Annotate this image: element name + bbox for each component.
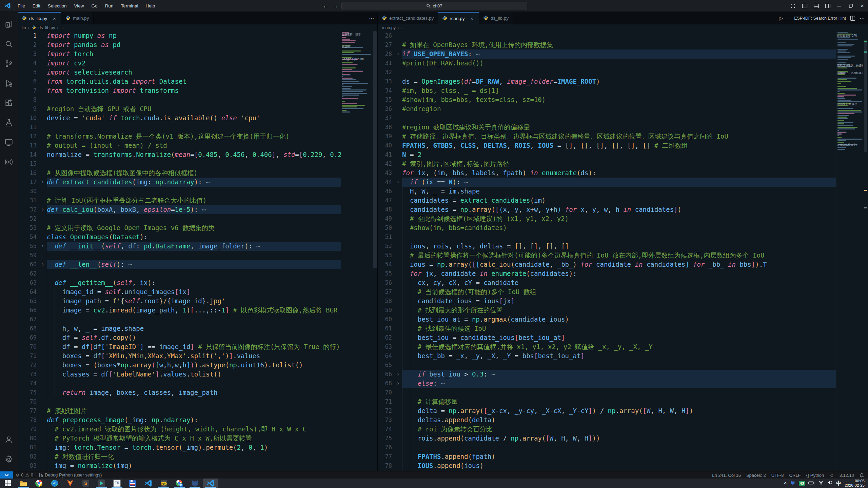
line-number[interactable]: 61 xyxy=(378,324,394,333)
code-line[interactable]: 59# 找到最大的那个所在的位置 xyxy=(378,306,836,315)
line-number[interactable]: 39 xyxy=(378,132,394,141)
code-line[interactable]: 65 xyxy=(378,361,836,370)
code-line[interactable]: 3import torch xyxy=(18,49,341,59)
more-actions-icon[interactable]: ⋯ xyxy=(860,15,865,21)
toggle-secondary-sidebar-icon[interactable] xyxy=(822,0,833,12)
code-line[interactable]: 66image = cv2.imread(image_path, 1)[...,… xyxy=(18,306,341,315)
code-line[interactable]: 11 xyxy=(18,123,341,132)
line-number[interactable]: 44 xyxy=(378,178,394,187)
status-indentation[interactable]: Spaces: 2 xyxy=(744,471,769,479)
line-number[interactable]: 71 xyxy=(378,397,394,406)
code-line[interactable]: 78IOUS.append(ious) xyxy=(378,461,836,470)
code-line[interactable]: 35#show(im, bbs=bbs, texts=clss, sz=10) xyxy=(378,95,836,104)
code-line[interactable]: 8 xyxy=(18,95,341,104)
activitybar-settings-icon[interactable] xyxy=(0,449,18,469)
taskbar-vtool-button[interactable] xyxy=(62,479,78,488)
fold-chevron-icon[interactable]: › xyxy=(394,49,402,59)
line-number[interactable]: 35 xyxy=(378,95,394,104)
code-line[interactable]: 5import selectivesearch xyxy=(18,68,341,77)
code-line[interactable]: 53# 定义用于读取 Google Open Images v6 数据集的类 xyxy=(18,223,341,232)
line-number[interactable]: 66 xyxy=(378,370,394,379)
fold-chevron-icon[interactable]: › xyxy=(39,260,47,269)
line-number[interactable]: 3 xyxy=(18,49,39,59)
problems-indicator[interactable]: ⊘0 ⚠0 xyxy=(13,471,36,479)
code-line[interactable]: 6from torch.utils.data import Dataset xyxy=(18,77,341,86)
activitybar-remote-window-icon[interactable] xyxy=(0,133,18,152)
line-number[interactable]: 32 xyxy=(378,68,394,77)
line-number[interactable]: 50 xyxy=(378,223,394,232)
code-line[interactable]: 40FPATHS, GTBBS, CLSS, DELTAS, ROIS, IOU… xyxy=(378,141,836,150)
code-line[interactable]: 55for jx, candidate in enumerate(candida… xyxy=(378,269,836,278)
code-line[interactable]: 82# 对数值进行归一化 xyxy=(18,452,341,461)
line-number[interactable]: 63 xyxy=(18,278,39,287)
line-number[interactable]: 70 xyxy=(378,388,394,397)
status-language-mode[interactable]: {} Python xyxy=(804,471,827,479)
more-actions-icon[interactable]: ⋯ xyxy=(369,15,374,21)
battery-icon[interactable] xyxy=(808,480,815,486)
line-number[interactable]: 36 xyxy=(378,104,394,114)
breadcrumb-right[interactable]: rcnn.py›... xyxy=(378,24,868,31)
status-feedback[interactable]: ☺ xyxy=(827,471,836,479)
code-line[interactable]: 28›if USE_OPEN_BAYES: ⋯ xyxy=(378,49,836,59)
code-line[interactable]: 75rois.append(candidate / np.array([W, H… xyxy=(378,434,836,443)
line-number[interactable]: 77 xyxy=(18,406,39,415)
editor-left[interactable]: 1import numpy as np2import pandas as pd3… xyxy=(18,31,377,471)
line-number[interactable]: 77 xyxy=(378,452,394,461)
line-number[interactable]: 34 xyxy=(378,86,394,95)
code-line[interactable]: 48candidates = np.array([(x, y, x+w, y+h… xyxy=(378,205,836,214)
line-number[interactable]: 33 xyxy=(378,77,394,86)
line-number[interactable]: 60 xyxy=(18,260,39,269)
code-line[interactable]: 69df = self.df.copy() xyxy=(18,333,341,342)
line-number[interactable]: 48 xyxy=(378,205,394,214)
line-number[interactable]: 74 xyxy=(18,379,39,388)
menu-edit[interactable]: Edit xyxy=(29,2,44,10)
code-line[interactable]: 80# PyTorch 模型通常期望的输入格式为 C x H x W,所以需要转… xyxy=(18,434,341,443)
code-line[interactable]: 14normalize = transforms.Normalize(mean=… xyxy=(18,150,341,159)
line-number[interactable]: 78 xyxy=(378,461,394,470)
line-number[interactable]: 73 xyxy=(18,370,39,379)
code-line[interactable]: 65image_path = f'{self.root}/{image_id}.… xyxy=(18,297,341,306)
line-number[interactable]: 53 xyxy=(18,223,39,232)
line-number[interactable]: 40 xyxy=(378,141,394,150)
code-line[interactable]: 1import numpy as np xyxy=(18,31,341,40)
code-line[interactable]: 26 xyxy=(378,31,836,40)
line-number[interactable]: 58 xyxy=(378,297,394,306)
code-line[interactable]: 31#print(DF_RAW.head()) xyxy=(378,59,836,68)
code-line[interactable]: 66›if best_iou > 0.3: ⋯ xyxy=(378,370,836,379)
code-line[interactable]: 70df = df[df['ImageID'] == image_id] # 只… xyxy=(18,342,341,351)
code-line[interactable]: 43for ix, (im, bbs, labels, fpath) in en… xyxy=(378,168,836,178)
line-number[interactable]: 51 xyxy=(378,232,394,242)
fold-chevron-icon[interactable]: › xyxy=(39,242,47,251)
code-line[interactable]: 17›def extract_candidates(img: np.ndarra… xyxy=(18,178,341,187)
line-number[interactable]: 81 xyxy=(18,443,39,452)
taskbar-chromed-button[interactable]: D xyxy=(172,479,187,488)
taskbar-explorer-button[interactable] xyxy=(16,479,31,488)
code-line[interactable]: 46H, W, _ = im.shape xyxy=(378,187,836,196)
line-number[interactable]: 7 xyxy=(18,86,39,95)
close-button[interactable]: ✕ xyxy=(856,0,868,12)
line-number[interactable]: 72 xyxy=(378,406,394,415)
line-number[interactable]: 75 xyxy=(378,434,394,443)
fold-chevron-icon[interactable]: › xyxy=(394,370,402,379)
code-line[interactable]: 49# 至此得到候选框(区域建议)的 (x1, y1, x2, y2) xyxy=(378,214,836,223)
line-number[interactable]: 26 xyxy=(378,31,394,40)
scrollbar-left[interactable] xyxy=(373,31,377,471)
code-line[interactable]: 55›def __init__(self, df: pd.DataFrame, … xyxy=(18,242,341,251)
taskbar-start-button[interactable] xyxy=(0,479,16,488)
taskbar-edge-button[interactable] xyxy=(47,479,62,488)
line-number[interactable]: 52 xyxy=(18,214,39,223)
taskbar-vscode-button[interactable] xyxy=(140,479,156,488)
code-line[interactable]: 10device = 'cuda' if torch.cuda.is_avail… xyxy=(18,114,341,123)
line-number[interactable]: 59 xyxy=(378,306,394,315)
line-number[interactable]: 62 xyxy=(18,269,39,278)
activitybar-search-icon[interactable] xyxy=(0,34,18,54)
taskbar-clock[interactable]: 00:05 2026-02-25 xyxy=(845,479,867,488)
line-number[interactable]: 9 xyxy=(18,104,39,114)
code-line[interactable]: 44›if (ix == N): ⋯ xyxy=(378,178,836,187)
minimap-right[interactable]: 读取数据集 CPU获取区域建议...的偏移量存储路径、边界框真值候选框 区域建议… xyxy=(836,31,863,471)
breadcrumb-item[interactable]: rcnn.py xyxy=(382,25,396,30)
menu-go[interactable]: Go xyxy=(88,2,101,10)
line-number[interactable]: 82 xyxy=(18,452,39,461)
code-line[interactable]: 7from torchvision import transforms xyxy=(18,86,341,95)
minimize-button[interactable]: — xyxy=(833,0,845,12)
